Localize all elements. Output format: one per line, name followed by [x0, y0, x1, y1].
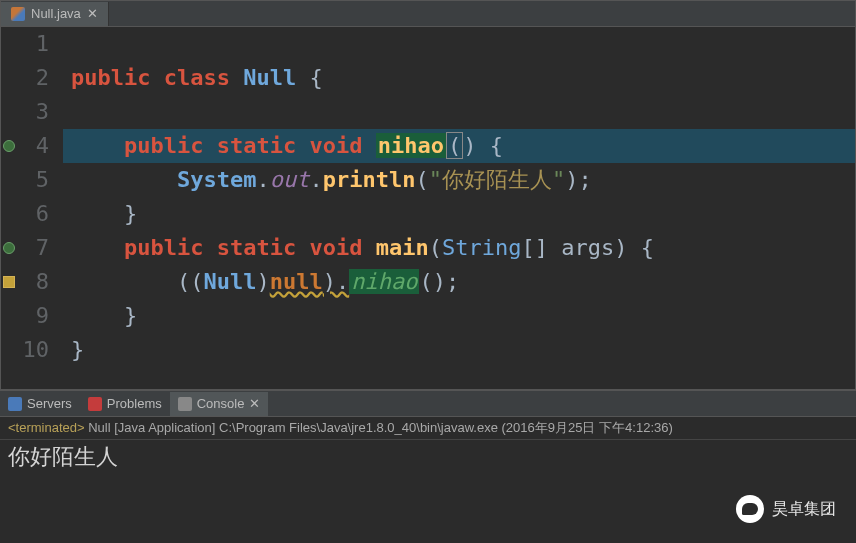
code-line[interactable]: public class Null {	[63, 61, 855, 95]
code-line[interactable]: ((Null)null).nihao();	[63, 265, 855, 299]
editor-tab-bar: Null.java ✕	[1, 1, 855, 27]
code-line[interactable]: }	[63, 333, 855, 367]
code-line[interactable]	[63, 95, 855, 129]
method-marker-icon	[3, 140, 15, 152]
bottom-panel: Servers Problems Console ✕ <terminated> …	[0, 390, 856, 474]
line-number: 2	[1, 61, 49, 95]
tab-console[interactable]: Console ✕	[170, 392, 269, 416]
terminated-status: <terminated>	[8, 420, 85, 435]
line-gutter: 12345678910	[1, 27, 63, 389]
line-number: 7	[1, 231, 49, 265]
method-marker-icon	[3, 242, 15, 254]
line-number: 1	[1, 27, 49, 61]
tab-filename: Null.java	[31, 6, 81, 21]
line-number: 3	[1, 95, 49, 129]
console-output: 你好陌生人	[0, 440, 856, 474]
wechat-icon	[736, 495, 764, 523]
java-file-icon	[11, 7, 25, 21]
problems-icon	[88, 397, 102, 411]
console-icon	[178, 397, 192, 411]
console-process-info: <terminated> Null [Java Application] C:\…	[0, 417, 856, 440]
code-line[interactable]: System.out.println("你好陌生人");	[63, 163, 855, 197]
process-path: Null [Java Application] C:\Program Files…	[85, 420, 673, 435]
close-icon[interactable]: ✕	[249, 396, 260, 411]
line-number: 9	[1, 299, 49, 333]
code-line[interactable]: }	[63, 197, 855, 231]
line-number: 8	[1, 265, 49, 299]
servers-icon	[8, 397, 22, 411]
editor-panel: Null.java ✕ 12345678910 public class Nul…	[0, 0, 856, 390]
watermark-text: 昊卓集团	[772, 499, 836, 520]
code-line[interactable]: }	[63, 299, 855, 333]
file-tab[interactable]: Null.java ✕	[1, 2, 109, 26]
code-line[interactable]: public static void main(String[] args) {	[63, 231, 855, 265]
code-line[interactable]	[63, 27, 855, 61]
tab-problems[interactable]: Problems	[80, 392, 170, 416]
line-number: 4	[1, 129, 49, 163]
line-number: 5	[1, 163, 49, 197]
code-line[interactable]: public static void nihao() {	[63, 129, 855, 163]
code-editor[interactable]: 12345678910 public class Null { public s…	[1, 27, 855, 389]
warning-icon	[3, 276, 15, 288]
code-content[interactable]: public class Null { public static void n…	[63, 27, 855, 389]
line-number: 10	[1, 333, 49, 367]
tab-servers[interactable]: Servers	[0, 392, 80, 416]
bottom-tab-bar: Servers Problems Console ✕	[0, 391, 856, 417]
line-number: 6	[1, 197, 49, 231]
close-icon[interactable]: ✕	[87, 6, 98, 21]
watermark: 昊卓集团	[736, 495, 836, 523]
